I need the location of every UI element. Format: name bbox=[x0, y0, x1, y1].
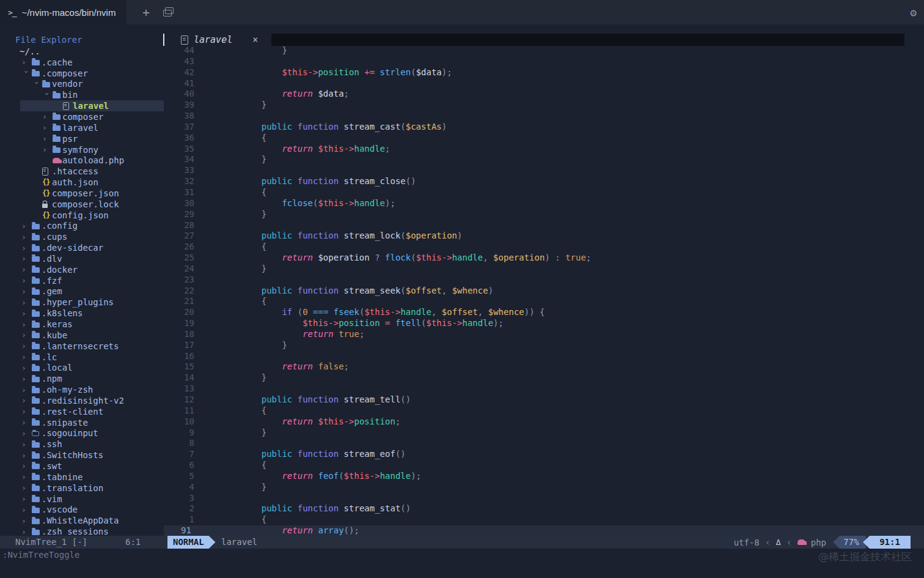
terminal-tab[interactable]: >_ ~/nvim-macos/bin/nvim bbox=[0, 0, 127, 24]
code-line[interactable]: 22 public function stream_seek($offset, … bbox=[164, 286, 924, 297]
tree-item-composer.json[interactable]: {}composer.json bbox=[0, 188, 164, 199]
code-line[interactable]: 43 bbox=[164, 56, 924, 67]
tree-item-symfony[interactable]: ›symfony bbox=[0, 144, 164, 155]
folder-icon bbox=[32, 289, 40, 295]
code-line[interactable]: 8 bbox=[164, 438, 924, 449]
code-token: position bbox=[354, 417, 395, 426]
tree-item-.lanternsecrets[interactable]: ›.lanternsecrets bbox=[0, 341, 164, 352]
tree-item-.gem[interactable]: ›.gem bbox=[0, 286, 164, 297]
tree-item-.vim[interactable]: ›.vim bbox=[0, 494, 164, 505]
code-line[interactable]: 4 } bbox=[164, 482, 924, 493]
code-token: return bbox=[241, 253, 313, 262]
tree-item-~..[interactable]: ~/.. bbox=[0, 46, 164, 57]
new-tab-button[interactable]: + bbox=[136, 0, 156, 24]
code-line[interactable]: 14 } bbox=[164, 372, 924, 383]
tree-item-vendor[interactable]: ›vendor bbox=[0, 79, 164, 90]
tree-item-.redisinsight-v2[interactable]: ›.redisinsight-v2 bbox=[0, 395, 164, 406]
code-line[interactable]: 26 { bbox=[164, 242, 924, 253]
code-line[interactable]: 36 { bbox=[164, 133, 924, 144]
code-line[interactable]: 23 bbox=[164, 275, 924, 286]
tree-item-composer.lock[interactable]: composer.lock bbox=[0, 199, 164, 210]
code-line[interactable]: 29 } bbox=[164, 209, 924, 220]
code-line[interactable]: 38 bbox=[164, 111, 924, 122]
code-line[interactable]: 31 { bbox=[164, 187, 924, 198]
tree-item-.rest-client[interactable]: ›.rest-client bbox=[0, 406, 164, 417]
code-line[interactable]: 91 return array(); bbox=[164, 525, 924, 536]
tree-item-.fzf[interactable]: ›.fzf bbox=[0, 275, 164, 286]
code-line[interactable]: 13 bbox=[164, 383, 924, 395]
tree-item-auth.json[interactable]: {}auth.json bbox=[0, 177, 164, 188]
tree-item-.k8slens[interactable]: ›.k8slens bbox=[0, 308, 164, 319]
tree-item-.vscode[interactable]: ›.vscode bbox=[0, 504, 164, 515]
code-line[interactable]: 6 { bbox=[164, 460, 924, 471]
tree-item-.kube[interactable]: ›.kube bbox=[0, 330, 164, 341]
code-line[interactable]: 20 if (0 === fseek($this->handle, $offse… bbox=[164, 307, 924, 318]
tree-item-.local[interactable]: ›.local bbox=[0, 362, 164, 373]
code-line[interactable]: 15 return false; bbox=[164, 361, 924, 372]
code-line[interactable]: 33 bbox=[164, 165, 924, 176]
code-line[interactable]: 16 bbox=[164, 351, 924, 362]
tab-overview-button[interactable] bbox=[160, 6, 175, 20]
tree-item-.swt[interactable]: ›.swt bbox=[0, 461, 164, 472]
code-line[interactable]: 10 return $this->position; bbox=[164, 417, 924, 428]
tree-item-.npm[interactable]: ›.npm bbox=[0, 373, 164, 384]
tree-item-.SwitchHosts[interactable]: ›.SwitchHosts bbox=[0, 450, 164, 461]
close-buffer-button[interactable]: × bbox=[252, 34, 258, 45]
settings-button[interactable]: ⚙ bbox=[910, 0, 917, 24]
command-line[interactable]: :NvimTreeToggle bbox=[2, 549, 79, 561]
code-line[interactable]: 19 $this->position = ftell($this->handle… bbox=[164, 318, 924, 329]
tree-item-.config[interactable]: ›.config bbox=[0, 221, 164, 232]
tree-item-.docker[interactable]: ›.docker bbox=[0, 264, 164, 275]
code-line[interactable]: 24 } bbox=[164, 264, 924, 275]
code-line[interactable]: 40 return $data; bbox=[164, 89, 924, 100]
code-token: $this bbox=[318, 198, 343, 208]
tree-item-.WhistleAppData[interactable]: ›.WhistleAppData bbox=[0, 515, 164, 526]
tree-item-.hyper_plugins[interactable]: ›.hyper_plugins bbox=[0, 297, 164, 308]
tree-item-.htaccess[interactable]: .htaccess bbox=[0, 166, 164, 177]
code-line[interactable]: 32 public function stream_close() bbox=[164, 176, 924, 187]
code-line[interactable]: 3 bbox=[164, 493, 924, 504]
code-line[interactable]: 12 public function stream_tell() bbox=[164, 395, 924, 406]
tree-item-.snipaste[interactable]: ›.snipaste bbox=[0, 417, 164, 428]
code-line[interactable]: 9 } bbox=[164, 428, 924, 439]
tree-item-.sogouinput[interactable]: ›.sogouinput bbox=[0, 428, 164, 439]
tree-item-composer[interactable]: ›composer bbox=[0, 111, 164, 122]
code-line[interactable]: 35 return $this->handle; bbox=[164, 144, 924, 155]
tree-item-laravel[interactable]: laravel bbox=[0, 100, 164, 111]
code-line[interactable]: 18 return true; bbox=[164, 329, 924, 340]
tree-item-.keras[interactable]: ›.keras bbox=[0, 319, 164, 330]
code-line[interactable]: 17 } bbox=[164, 340, 924, 351]
code-line[interactable]: 5 return feof($this->handle); bbox=[164, 471, 924, 482]
tree-item-.cache[interactable]: ›.cache bbox=[0, 57, 164, 68]
tree-item-psr[interactable]: ›psr bbox=[0, 133, 164, 144]
code-line[interactable]: 42 $this->position += strlen($data); bbox=[164, 67, 924, 78]
code-line[interactable]: 34 } bbox=[164, 154, 924, 165]
code-line[interactable]: 2 public function stream_stat() bbox=[164, 503, 924, 514]
tree-item-.oh-my-zsh[interactable]: ›.oh-my-zsh bbox=[0, 384, 164, 395]
tree-item-.dlv[interactable]: ›.dlv bbox=[0, 253, 164, 264]
code-line[interactable]: 27 public function stream_lock($operatio… bbox=[164, 231, 924, 242]
tree-item-bin[interactable]: ›bin bbox=[0, 89, 164, 100]
tree-item-.ssh[interactable]: ›.ssh bbox=[0, 439, 164, 450]
tree-item-.lc[interactable]: ›.lc bbox=[0, 352, 164, 363]
tree-item-.cups[interactable]: ›.cups bbox=[0, 231, 164, 242]
code-line[interactable]: 37 public function stream_cast($castAs) bbox=[164, 122, 924, 133]
code-line[interactable]: 25 return $operation ? flock($this->hand… bbox=[164, 253, 924, 264]
code-line[interactable]: 39 } bbox=[164, 100, 924, 111]
tree-item-autoload.php[interactable]: autoload.php bbox=[0, 155, 164, 166]
tree-item-laravel[interactable]: ›laravel bbox=[0, 122, 164, 133]
code-line[interactable]: 41 bbox=[164, 78, 924, 89]
code-line[interactable]: 1 { bbox=[164, 514, 924, 525]
tree-item-config.json[interactable]: {}config.json bbox=[0, 210, 164, 221]
code-line[interactable]: 44 } bbox=[164, 45, 924, 56]
code-line[interactable]: 11 { bbox=[164, 406, 924, 417]
tree-item-.dev-sidecar[interactable]: ›.dev-sidecar bbox=[0, 242, 164, 253]
tree-item-.tabnine[interactable]: ›.tabnine bbox=[0, 472, 164, 483]
tree-item-.composer[interactable]: ›.composer bbox=[0, 68, 164, 79]
code-line[interactable]: 7 public function stream_eof() bbox=[164, 449, 924, 460]
code-line[interactable]: 28 bbox=[164, 220, 924, 231]
code-line[interactable]: 21 { bbox=[164, 296, 924, 307]
code-token: ; bbox=[385, 144, 390, 154]
tree-item-.translation[interactable]: ›.translation bbox=[0, 483, 164, 494]
code-line[interactable]: 30 fclose($this->handle); bbox=[164, 198, 924, 209]
